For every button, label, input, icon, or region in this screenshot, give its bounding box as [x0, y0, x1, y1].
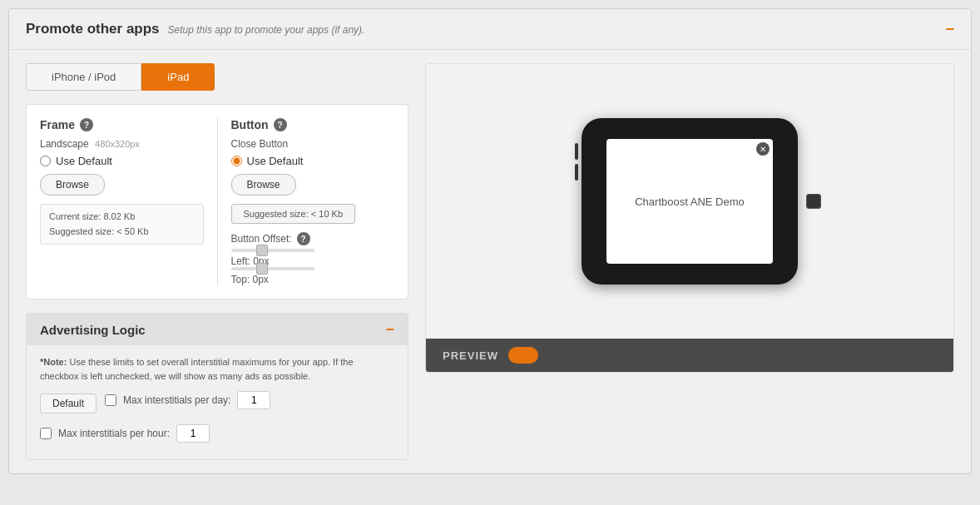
max-per-hour-label: Max interstitials per hour: — [58, 428, 170, 439]
section-title: Promote other apps — [26, 21, 160, 37]
advertising-logic-section: Advertising Logic − *Note: Use these lim… — [26, 313, 408, 460]
button-offset-label: Button Offset: ? — [231, 232, 395, 245]
section-subtitle: Setup this app to promote your apps (if … — [168, 24, 365, 36]
adv-default-row: Default Max interstitials per day: — [40, 391, 394, 416]
tab-ipad[interactable]: iPad — [141, 63, 215, 91]
top-slider-track — [231, 267, 314, 270]
preview-toggle[interactable] — [508, 347, 538, 364]
max-per-hour-checkbox[interactable] — [40, 428, 52, 439]
top-slider-thumb[interactable] — [256, 263, 268, 275]
max-per-hour-row: Max interstitials per hour: — [40, 424, 394, 443]
use-default-label: Use Default — [56, 155, 112, 167]
iphone-device: Chartboost ANE Demo ✕ — [582, 118, 798, 285]
suggested-size: Suggested size: < 50 Kb — [49, 225, 195, 240]
close-button-label: Close Button — [231, 138, 395, 150]
max-per-day-label: Max interstitials per day: — [123, 394, 230, 406]
iphone-left-btn2 — [575, 164, 578, 181]
collapse-icon[interactable]: − — [945, 22, 954, 37]
device-text: Chartboost ANE Demo — [635, 196, 745, 208]
iphone-screen: Chartboost ANE Demo ✕ — [606, 139, 773, 264]
frame-help-icon[interactable]: ? — [80, 118, 93, 131]
frame-browse-btn[interactable]: Browse — [40, 174, 105, 196]
preview-panel: Chartboost ANE Demo ✕ PREVIEW — [425, 63, 954, 373]
button-use-default-radio[interactable] — [231, 156, 242, 166]
adv-logic-body: *Note: Use these limits to set overall i… — [27, 345, 408, 459]
button-use-default-label: Use Default — [247, 155, 304, 167]
preview-footer: PREVIEW — [426, 339, 953, 372]
preview-device-area: Chartboost ANE Demo ✕ — [426, 64, 953, 339]
section-header: Promote other apps Setup this app to pro… — [9, 9, 971, 50]
top-value: Top: 0px — [231, 274, 395, 285]
button-browse-btn[interactable]: Browse — [231, 174, 296, 196]
default-badge: Default — [40, 394, 97, 413]
preview-label: PREVIEW — [443, 349, 498, 362]
landscape-label: Landscape 480x320px — [40, 138, 204, 150]
max-per-day-input[interactable] — [237, 391, 270, 409]
adv-collapse-icon[interactable]: − — [385, 322, 394, 337]
size-info-box: Current size: 8.02 Kb Suggested size: < … — [40, 204, 204, 245]
max-per-hour-input[interactable] — [176, 424, 210, 443]
adv-logic-header: Advertising Logic − — [27, 314, 408, 345]
frame-title: Frame ? — [40, 118, 204, 131]
button-title: Button ? — [231, 118, 395, 131]
note-text: *Note: Use these limits to set overall i… — [40, 355, 394, 383]
form-sections: Frame ? Landscape 480x320px Use Default … — [26, 104, 408, 300]
iphone-home-btn[interactable] — [806, 194, 821, 209]
use-default-radio-row: Use Default — [40, 155, 204, 167]
top-slider-row — [231, 267, 395, 270]
main-content: iPhone / iPod iPad Frame ? Landscape 480… — [9, 50, 971, 473]
header-left: Promote other apps Setup this app to pro… — [26, 21, 364, 37]
right-panel: Chartboost ANE Demo ✕ PREVIEW — [425, 63, 954, 460]
tab-iphone[interactable]: iPhone / iPod — [26, 63, 141, 91]
landscape-size: 480x320px — [95, 139, 140, 149]
suggested-size-btn: Suggested size: < 10 Kb — [231, 204, 356, 224]
left-slider-track — [231, 249, 314, 252]
button-help-icon[interactable]: ? — [274, 118, 287, 131]
button-col: Button ? Close Button Use Default Browse… — [217, 118, 395, 285]
left-slider-row — [231, 249, 395, 252]
tabs: iPhone / iPod iPad — [26, 63, 408, 91]
offset-help-icon[interactable]: ? — [297, 232, 310, 245]
adv-logic-title: Advertising Logic — [40, 323, 146, 337]
main-container: Promote other apps Setup this app to pro… — [8, 8, 972, 474]
close-btn-dot[interactable]: ✕ — [756, 142, 770, 156]
current-size: Current size: 8.02 Kb — [49, 210, 195, 225]
left-panel: iPhone / iPod iPad Frame ? Landscape 480… — [26, 63, 408, 460]
button-use-default-row: Use Default — [231, 155, 395, 167]
frame-col: Frame ? Landscape 480x320px Use Default … — [40, 118, 204, 285]
left-slider-thumb[interactable] — [256, 245, 268, 256]
max-per-day-row: Max interstitials per day: — [105, 391, 270, 409]
use-default-radio[interactable] — [40, 156, 51, 166]
max-per-day-checkbox[interactable] — [105, 394, 116, 406]
iphone-left-btn — [575, 143, 578, 160]
